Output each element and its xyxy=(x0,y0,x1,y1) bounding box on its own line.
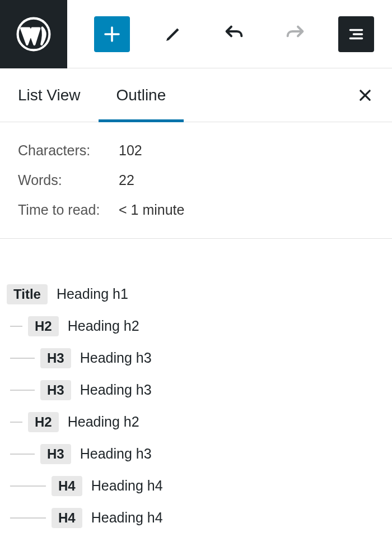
heading-label: Heading h3 xyxy=(80,446,152,462)
heading-label: Heading h4 xyxy=(91,478,163,494)
heading-badge: H3 xyxy=(40,348,71,368)
wordpress-icon xyxy=(16,17,51,52)
close-icon xyxy=(357,87,373,103)
edit-button[interactable] xyxy=(155,16,191,52)
outline-item-h2[interactable]: H2 Heading h2 xyxy=(7,406,385,438)
heading-badge: H2 xyxy=(28,316,59,336)
indent-line xyxy=(10,454,35,455)
stat-words-label: Words: xyxy=(18,172,119,188)
stat-words: Words: 22 xyxy=(18,172,374,188)
indent-line xyxy=(10,485,46,487)
editor-toolbar xyxy=(0,0,392,68)
outline-item-h3[interactable]: H3 Heading h3 xyxy=(7,438,385,470)
heading-label: Heading h4 xyxy=(91,510,163,526)
indent-line xyxy=(10,326,22,327)
undo-button[interactable] xyxy=(216,16,252,52)
stat-characters-value: 102 xyxy=(119,142,142,159)
outline-list: Title Heading h1 H2 Heading h2 H3 Headin… xyxy=(0,239,392,534)
redo-button[interactable] xyxy=(277,16,313,52)
heading-badge: H4 xyxy=(52,476,82,496)
pencil-icon xyxy=(163,24,183,44)
stat-words-value: 22 xyxy=(119,172,134,188)
indent-line xyxy=(10,390,35,391)
add-block-button[interactable] xyxy=(94,16,130,52)
panel-tabs: List View Outline xyxy=(0,68,392,122)
tab-outline[interactable]: Outline xyxy=(99,68,184,122)
stat-time: Time to read: < 1 minute xyxy=(18,202,374,218)
heading-label: Heading h2 xyxy=(68,414,139,430)
stat-characters: Characters: 102 xyxy=(18,142,374,159)
indent-line xyxy=(10,517,46,519)
heading-label: Heading h3 xyxy=(80,350,152,366)
heading-badge: H2 xyxy=(28,412,59,432)
document-stats: Characters: 102 Words: 22 Time to read: … xyxy=(0,122,392,239)
redo-icon xyxy=(284,23,306,45)
heading-label: Heading h1 xyxy=(57,286,128,302)
tab-list-view[interactable]: List View xyxy=(0,68,99,122)
heading-label: Heading h2 xyxy=(68,318,139,334)
stat-characters-label: Characters: xyxy=(18,142,119,159)
document-overview-icon xyxy=(346,24,366,44)
outline-item-h3[interactable]: H3 Heading h3 xyxy=(7,342,385,374)
heading-badge: Title xyxy=(7,284,48,304)
indent-line xyxy=(10,422,22,423)
outline-item-h4[interactable]: H4 Heading h4 xyxy=(7,470,385,502)
heading-label: Heading h3 xyxy=(80,382,152,398)
heading-badge: H3 xyxy=(40,444,71,464)
outline-item-h3[interactable]: H3 Heading h3 xyxy=(7,374,385,406)
stat-time-label: Time to read: xyxy=(18,202,119,218)
heading-badge: H3 xyxy=(40,380,71,400)
outline-item-h2[interactable]: H2 Heading h2 xyxy=(7,310,385,342)
wordpress-logo[interactable] xyxy=(0,0,67,68)
plus-icon xyxy=(102,24,122,44)
toolbar-buttons xyxy=(67,16,374,52)
heading-badge: H4 xyxy=(52,508,82,528)
indent-line xyxy=(10,358,35,359)
outline-item-h4[interactable]: H4 Heading h4 xyxy=(7,502,385,534)
close-panel-button[interactable] xyxy=(355,85,375,105)
outline-item-title[interactable]: Title Heading h1 xyxy=(7,278,385,310)
stat-time-value: < 1 minute xyxy=(119,202,184,218)
document-overview-button[interactable] xyxy=(338,16,374,52)
undo-icon xyxy=(223,23,245,45)
